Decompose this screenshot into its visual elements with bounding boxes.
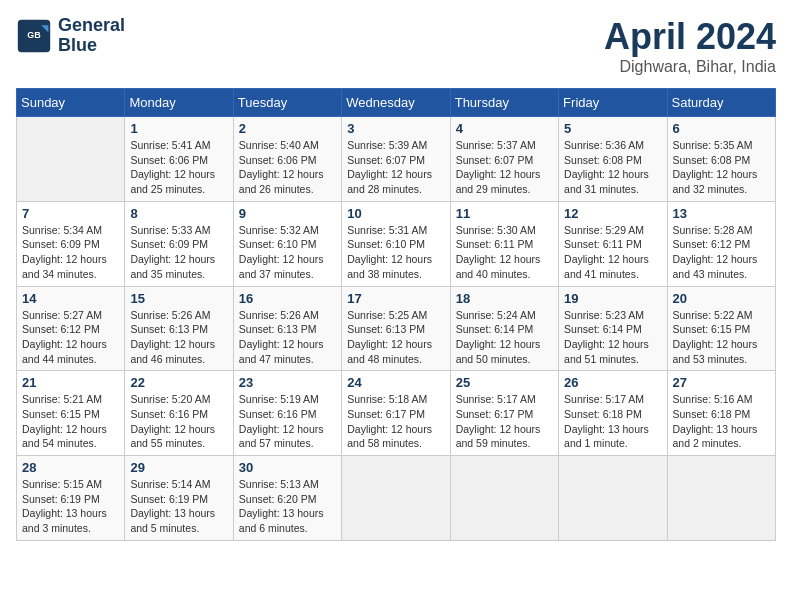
calendar-cell: 27Sunrise: 5:16 AM Sunset: 6:18 PM Dayli… (667, 371, 775, 456)
calendar-cell: 14Sunrise: 5:27 AM Sunset: 6:12 PM Dayli… (17, 286, 125, 371)
calendar-cell: 4Sunrise: 5:37 AM Sunset: 6:07 PM Daylig… (450, 117, 558, 202)
day-number: 1 (130, 121, 227, 136)
calendar-cell: 30Sunrise: 5:13 AM Sunset: 6:20 PM Dayli… (233, 456, 341, 541)
day-info: Sunrise: 5:17 AM Sunset: 6:18 PM Dayligh… (564, 392, 661, 451)
day-number: 9 (239, 206, 336, 221)
weekday-header-saturday: Saturday (667, 89, 775, 117)
calendar-cell: 13Sunrise: 5:28 AM Sunset: 6:12 PM Dayli… (667, 201, 775, 286)
day-info: Sunrise: 5:30 AM Sunset: 6:11 PM Dayligh… (456, 223, 553, 282)
header: GB General Blue April 2024 Dighwara, Bih… (16, 16, 776, 76)
calendar-cell: 19Sunrise: 5:23 AM Sunset: 6:14 PM Dayli… (559, 286, 667, 371)
day-info: Sunrise: 5:26 AM Sunset: 6:13 PM Dayligh… (239, 308, 336, 367)
calendar-cell: 28Sunrise: 5:15 AM Sunset: 6:19 PM Dayli… (17, 456, 125, 541)
day-number: 10 (347, 206, 444, 221)
day-info: Sunrise: 5:14 AM Sunset: 6:19 PM Dayligh… (130, 477, 227, 536)
calendar-cell: 6Sunrise: 5:35 AM Sunset: 6:08 PM Daylig… (667, 117, 775, 202)
calendar-cell: 9Sunrise: 5:32 AM Sunset: 6:10 PM Daylig… (233, 201, 341, 286)
day-info: Sunrise: 5:20 AM Sunset: 6:16 PM Dayligh… (130, 392, 227, 451)
calendar-subtitle: Dighwara, Bihar, India (604, 58, 776, 76)
day-info: Sunrise: 5:41 AM Sunset: 6:06 PM Dayligh… (130, 138, 227, 197)
calendar-cell: 5Sunrise: 5:36 AM Sunset: 6:08 PM Daylig… (559, 117, 667, 202)
day-info: Sunrise: 5:26 AM Sunset: 6:13 PM Dayligh… (130, 308, 227, 367)
calendar-cell: 16Sunrise: 5:26 AM Sunset: 6:13 PM Dayli… (233, 286, 341, 371)
day-number: 7 (22, 206, 119, 221)
calendar-header: SundayMondayTuesdayWednesdayThursdayFrid… (17, 89, 776, 117)
day-info: Sunrise: 5:36 AM Sunset: 6:08 PM Dayligh… (564, 138, 661, 197)
weekday-header-sunday: Sunday (17, 89, 125, 117)
day-info: Sunrise: 5:34 AM Sunset: 6:09 PM Dayligh… (22, 223, 119, 282)
day-number: 11 (456, 206, 553, 221)
logo-text: General Blue (58, 16, 125, 56)
day-number: 13 (673, 206, 770, 221)
day-number: 27 (673, 375, 770, 390)
day-info: Sunrise: 5:17 AM Sunset: 6:17 PM Dayligh… (456, 392, 553, 451)
calendar-cell: 12Sunrise: 5:29 AM Sunset: 6:11 PM Dayli… (559, 201, 667, 286)
day-number: 22 (130, 375, 227, 390)
day-info: Sunrise: 5:27 AM Sunset: 6:12 PM Dayligh… (22, 308, 119, 367)
day-number: 23 (239, 375, 336, 390)
day-info: Sunrise: 5:13 AM Sunset: 6:20 PM Dayligh… (239, 477, 336, 536)
calendar-cell: 29Sunrise: 5:14 AM Sunset: 6:19 PM Dayli… (125, 456, 233, 541)
day-number: 5 (564, 121, 661, 136)
calendar-week-row: 7Sunrise: 5:34 AM Sunset: 6:09 PM Daylig… (17, 201, 776, 286)
day-number: 29 (130, 460, 227, 475)
logo: GB General Blue (16, 16, 125, 56)
calendar-cell: 18Sunrise: 5:24 AM Sunset: 6:14 PM Dayli… (450, 286, 558, 371)
weekday-header-row: SundayMondayTuesdayWednesdayThursdayFrid… (17, 89, 776, 117)
calendar-cell: 1Sunrise: 5:41 AM Sunset: 6:06 PM Daylig… (125, 117, 233, 202)
calendar-cell: 7Sunrise: 5:34 AM Sunset: 6:09 PM Daylig… (17, 201, 125, 286)
weekday-header-wednesday: Wednesday (342, 89, 450, 117)
day-number: 21 (22, 375, 119, 390)
calendar-cell: 23Sunrise: 5:19 AM Sunset: 6:16 PM Dayli… (233, 371, 341, 456)
day-info: Sunrise: 5:25 AM Sunset: 6:13 PM Dayligh… (347, 308, 444, 367)
day-number: 6 (673, 121, 770, 136)
day-number: 14 (22, 291, 119, 306)
calendar-cell: 8Sunrise: 5:33 AM Sunset: 6:09 PM Daylig… (125, 201, 233, 286)
day-number: 12 (564, 206, 661, 221)
weekday-header-thursday: Thursday (450, 89, 558, 117)
calendar-cell: 24Sunrise: 5:18 AM Sunset: 6:17 PM Dayli… (342, 371, 450, 456)
calendar-cell (342, 456, 450, 541)
calendar-cell: 2Sunrise: 5:40 AM Sunset: 6:06 PM Daylig… (233, 117, 341, 202)
calendar-cell (667, 456, 775, 541)
day-number: 3 (347, 121, 444, 136)
day-number: 24 (347, 375, 444, 390)
calendar-title: April 2024 (604, 16, 776, 58)
weekday-header-friday: Friday (559, 89, 667, 117)
day-number: 15 (130, 291, 227, 306)
day-info: Sunrise: 5:19 AM Sunset: 6:16 PM Dayligh… (239, 392, 336, 451)
calendar-cell: 17Sunrise: 5:25 AM Sunset: 6:13 PM Dayli… (342, 286, 450, 371)
calendar-body: 1Sunrise: 5:41 AM Sunset: 6:06 PM Daylig… (17, 117, 776, 541)
day-number: 4 (456, 121, 553, 136)
day-info: Sunrise: 5:23 AM Sunset: 6:14 PM Dayligh… (564, 308, 661, 367)
weekday-header-monday: Monday (125, 89, 233, 117)
day-info: Sunrise: 5:39 AM Sunset: 6:07 PM Dayligh… (347, 138, 444, 197)
calendar-cell: 22Sunrise: 5:20 AM Sunset: 6:16 PM Dayli… (125, 371, 233, 456)
title-area: April 2024 Dighwara, Bihar, India (604, 16, 776, 76)
day-info: Sunrise: 5:32 AM Sunset: 6:10 PM Dayligh… (239, 223, 336, 282)
day-number: 20 (673, 291, 770, 306)
calendar-cell: 3Sunrise: 5:39 AM Sunset: 6:07 PM Daylig… (342, 117, 450, 202)
calendar-week-row: 1Sunrise: 5:41 AM Sunset: 6:06 PM Daylig… (17, 117, 776, 202)
calendar-cell: 21Sunrise: 5:21 AM Sunset: 6:15 PM Dayli… (17, 371, 125, 456)
calendar-week-row: 28Sunrise: 5:15 AM Sunset: 6:19 PM Dayli… (17, 456, 776, 541)
day-number: 18 (456, 291, 553, 306)
day-info: Sunrise: 5:37 AM Sunset: 6:07 PM Dayligh… (456, 138, 553, 197)
calendar-cell: 10Sunrise: 5:31 AM Sunset: 6:10 PM Dayli… (342, 201, 450, 286)
day-info: Sunrise: 5:31 AM Sunset: 6:10 PM Dayligh… (347, 223, 444, 282)
day-info: Sunrise: 5:29 AM Sunset: 6:11 PM Dayligh… (564, 223, 661, 282)
day-number: 2 (239, 121, 336, 136)
calendar-table: SundayMondayTuesdayWednesdayThursdayFrid… (16, 88, 776, 541)
day-number: 17 (347, 291, 444, 306)
svg-text:GB: GB (27, 30, 41, 40)
day-info: Sunrise: 5:16 AM Sunset: 6:18 PM Dayligh… (673, 392, 770, 451)
day-number: 28 (22, 460, 119, 475)
calendar-cell: 20Sunrise: 5:22 AM Sunset: 6:15 PM Dayli… (667, 286, 775, 371)
calendar-cell: 15Sunrise: 5:26 AM Sunset: 6:13 PM Dayli… (125, 286, 233, 371)
weekday-header-tuesday: Tuesday (233, 89, 341, 117)
logo-icon: GB (16, 18, 52, 54)
day-info: Sunrise: 5:24 AM Sunset: 6:14 PM Dayligh… (456, 308, 553, 367)
calendar-cell: 26Sunrise: 5:17 AM Sunset: 6:18 PM Dayli… (559, 371, 667, 456)
calendar-week-row: 14Sunrise: 5:27 AM Sunset: 6:12 PM Dayli… (17, 286, 776, 371)
day-info: Sunrise: 5:22 AM Sunset: 6:15 PM Dayligh… (673, 308, 770, 367)
